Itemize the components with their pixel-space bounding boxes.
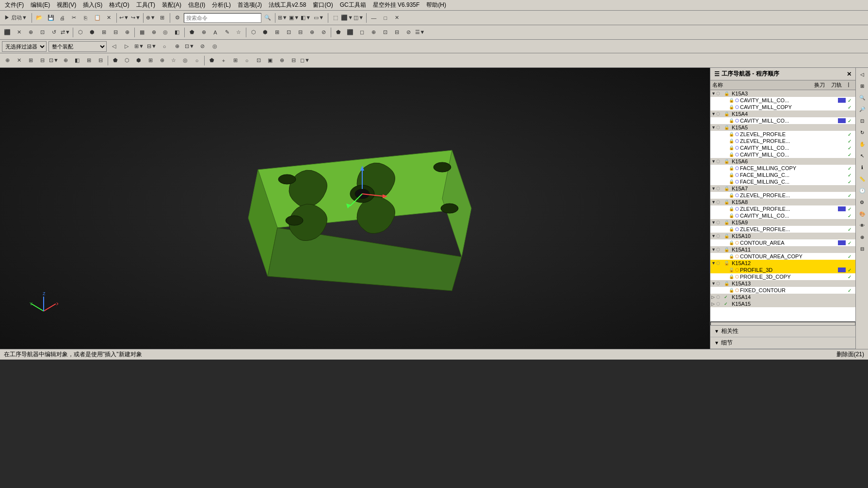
redo-btn[interactable]: ↪▼ — [130, 13, 141, 23]
rs-rotate[interactable]: ↻ — [857, 127, 868, 138]
rs-pan[interactable]: ✋ — [857, 139, 868, 149]
t2-17[interactable]: ⊕ — [198, 27, 209, 38]
sel-3[interactable]: ⊞▼ — [134, 41, 145, 52]
cut-btn[interactable]: ✂ — [69, 13, 80, 23]
t2-26[interactable]: ⊕ — [306, 27, 317, 38]
print-btn[interactable]: 🖨 — [57, 13, 68, 23]
sel-6[interactable]: ⊕ — [172, 41, 182, 52]
t2-23[interactable]: ⊞ — [272, 27, 282, 38]
expand-K15A4[interactable]: ▼ — [711, 111, 716, 116]
group-K15A8[interactable]: ▼ ⬡ 🔒 K15A8 — [710, 199, 855, 205]
render2-btn[interactable]: ▭▼ — [312, 13, 326, 23]
sel-7[interactable]: ⊡▼ — [184, 41, 195, 52]
group-K15A14[interactable]: ▷ ⬡ ✓ K15A14 — [710, 294, 855, 300]
menu-view[interactable]: 视图(V) — [54, 0, 79, 10]
group-K15A13[interactable]: ▼ ⬡ 🔒 K15A13 — [710, 280, 855, 287]
copy-btn[interactable]: ⎘ — [80, 13, 91, 23]
t4-18[interactable]: ⬟ — [207, 55, 217, 66]
rs-eye[interactable]: 👁 — [857, 220, 868, 231]
t4-12[interactable]: ⬢ — [133, 55, 144, 66]
view1-btn[interactable]: ⬚ — [330, 13, 341, 23]
t2-33[interactable]: ⊟ — [391, 27, 402, 38]
start-btn[interactable]: ▶ 启动▼ — [2, 13, 30, 23]
menu-info[interactable]: 信息(I) — [185, 0, 208, 10]
expand-K15A11[interactable]: ▼ — [711, 247, 716, 252]
group-K15A9[interactable]: ▼ ⬡ 🔒 K15A9 — [710, 219, 855, 226]
expand-K15A8[interactable]: ▼ — [711, 200, 716, 205]
rs-expand[interactable]: ◁ — [857, 69, 868, 79]
t2-32[interactable]: ⊡ — [380, 27, 390, 38]
expand-K15A15[interactable]: ▷ — [711, 301, 716, 306]
sel-1[interactable]: ◁ — [109, 41, 119, 52]
t2-8[interactable]: ⬢ — [87, 27, 97, 38]
window-min[interactable]: — — [369, 13, 379, 23]
render1-btn[interactable]: ◧▼ — [301, 13, 311, 23]
t2-16[interactable]: ⬟ — [187, 27, 197, 38]
group-K15A11[interactable]: ▼ ⬡ 🔒 K15A11 — [710, 246, 855, 253]
t4-13[interactable]: ⊞ — [145, 55, 156, 66]
item-face-mill-2[interactable]: 🔒 ⬡ FACE_MILLING_C... ✓ — [710, 172, 855, 178]
group-K15A12[interactable]: ▼ ⬡ 🔒 K15A12 — [710, 260, 855, 267]
item-profile-3d[interactable]: 🔒 ⬡ PROFILE_3D ✓ — [710, 267, 855, 273]
sel-4[interactable]: ⊟▼ — [146, 41, 157, 52]
t4-22[interactable]: ⊡ — [253, 55, 264, 66]
t2-9[interactable]: ⊞ — [98, 27, 109, 38]
item-zlevel-k15a9[interactable]: 🔒 ⬡ ZLEVEL_PROFILE... ✓ — [710, 226, 855, 233]
item-cavity-mill-co-k15a4[interactable]: 🔒 ⬡ CAVITY_MILL_CO... ✓ — [710, 117, 855, 124]
item-cavity-mill-copy-k15a3[interactable]: 🔒 ⬡ CAVITY_MILL_COPY ✓ — [710, 104, 855, 110]
t4-1[interactable]: ⊕ — [2, 55, 13, 66]
cam-btn[interactable]: ⚙ — [172, 13, 183, 23]
grid-btn[interactable]: ⊞▼ — [277, 13, 288, 23]
t4-7[interactable]: ◧ — [72, 55, 82, 66]
menu-preferences[interactable]: 首选项(J) — [235, 0, 265, 10]
t4-21[interactable]: ○ — [241, 55, 252, 66]
t2-27[interactable]: ⊘ — [318, 27, 329, 38]
item-zlevel-k15a7[interactable]: 🔒 ⬡ ZLEVEL_PROFILE... ✓ — [710, 192, 855, 199]
view3-btn[interactable]: ◫▼ — [354, 13, 364, 23]
delete-btn[interactable]: ✕ — [104, 13, 114, 23]
expand-K15A5[interactable]: ▼ — [711, 125, 716, 130]
transform-btn[interactable]: ⊞ — [157, 13, 168, 23]
item-contour-k15a10[interactable]: 🔒 ⬡ CONTOUR_AREA ✓ — [710, 239, 855, 246]
rs-select[interactable]: ↖ — [857, 150, 868, 161]
t2-1[interactable]: ⬛ — [2, 27, 13, 38]
rs-measure[interactable]: 📏 — [857, 173, 868, 184]
t4-23[interactable]: ▣ — [265, 55, 275, 66]
item-cavity-mill-k15a5-1[interactable]: 🔒 ⬡ CAVITY_MILL_CO... ✓ — [710, 144, 855, 151]
menu-file[interactable]: 文件(F) — [2, 0, 27, 10]
item-fixed-contour[interactable]: 🔒 ⬡ FIXED_CONTOUR ✓ — [710, 287, 855, 294]
t2-34[interactable]: ⊘ — [403, 27, 414, 38]
t2-2[interactable]: ✕ — [14, 27, 24, 38]
paste-btn[interactable]: 📋 — [92, 13, 103, 23]
t4-5[interactable]: ⊡▼ — [48, 55, 59, 66]
window-close[interactable]: ✕ — [392, 13, 402, 23]
t2-30[interactable]: ◻ — [356, 27, 367, 38]
t4-16[interactable]: ◎ — [180, 55, 191, 66]
t4-19[interactable]: + — [218, 55, 229, 66]
t2-15[interactable]: ◧ — [172, 27, 182, 38]
rs-move[interactable]: ⊞ — [857, 80, 868, 91]
t4-26[interactable]: ◻▼ — [300, 55, 310, 66]
menu-edit[interactable]: 编辑(E) — [28, 0, 53, 10]
cam-tree-scrollbar[interactable] — [710, 321, 855, 325]
search-input[interactable] — [184, 13, 261, 23]
expand-K15A13[interactable]: ▼ — [711, 281, 716, 286]
t2-31[interactable]: ⊕ — [368, 27, 379, 38]
sel-2[interactable]: ▷ — [121, 41, 132, 52]
cam-tree[interactable]: ▼ ⬡ 🔒 K15A3 🔒 ⬡ CAVITY_MILL_CO... ✓ 🔒 ⬡ … — [710, 90, 855, 321]
t4-9[interactable]: ⊟ — [95, 55, 106, 66]
t4-11[interactable]: ⬡ — [122, 55, 132, 66]
open-btn[interactable]: 📂 — [34, 13, 45, 23]
group-K15A5[interactable]: ▼ ⬡ 🔒 K15A5 — [710, 124, 855, 131]
group-K15A15[interactable]: ▷ ⬡ ✓ K15A15 — [710, 300, 855, 307]
expand-K15A9[interactable]: ▼ — [711, 220, 716, 225]
expand-K15A3[interactable]: ▼ — [711, 91, 716, 96]
t2-25[interactable]: ⊟ — [295, 27, 305, 38]
t4-17[interactable]: ○ — [192, 55, 202, 66]
t2-10[interactable]: ⊟ — [110, 27, 121, 38]
undo-btn[interactable]: ↩▼ — [119, 13, 129, 23]
t2-24[interactable]: ⊡ — [283, 27, 294, 38]
item-profile-3d-copy[interactable]: 🔒 ⬡ PROFILE_3D_COPY ✓ — [710, 273, 855, 280]
menu-normal-tools[interactable]: 法线工具v2.58 — [266, 0, 309, 10]
t2-21[interactable]: ⬡ — [248, 27, 259, 38]
